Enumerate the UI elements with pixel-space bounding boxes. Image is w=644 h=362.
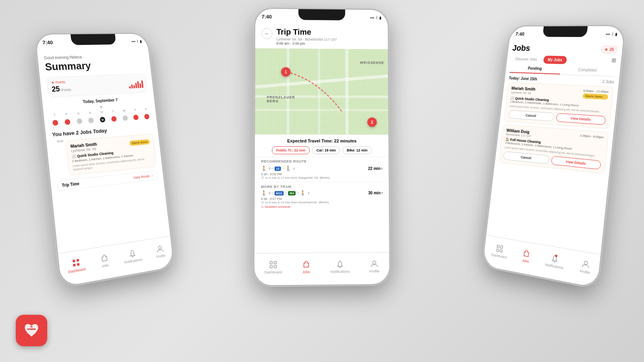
starts-soon-badge-left: Starts Soon	[129, 139, 150, 146]
svg-rect-1	[30, 326, 33, 327]
nav-profile-right[interactable]: Profile	[580, 259, 592, 275]
route-duration-1: 22 min ›	[368, 166, 382, 170]
route-row-2: 🚶 9 › M10 › M4 › 🚶 3 30 min ›	[261, 190, 383, 196]
nav-label-jobs-left: Jobs	[101, 263, 109, 268]
tram-badge-m10: M10	[274, 191, 284, 195]
nav-profile-left[interactable]: Profile	[155, 244, 166, 259]
jobs-count: 2 Jobs	[602, 79, 614, 84]
nav-notifications-right[interactable]: Notifications	[545, 253, 565, 270]
signal-icon: ▪▪▪	[131, 39, 136, 43]
status-time-right: 7:40	[515, 31, 525, 37]
filter-icon[interactable]: ⊞	[611, 57, 616, 66]
public-tr-option[interactable]: Public Tr.: 22 min	[272, 146, 310, 154]
svg-rect-2	[72, 260, 75, 262]
status-icons-right: ▪▪▪ ⌇ ▮	[606, 32, 618, 36]
nav-dashboard-left[interactable]: Dashboard	[67, 257, 86, 274]
walk-icon-4: 🚶	[300, 190, 306, 196]
svg-point-20	[584, 261, 588, 265]
svg-rect-9	[274, 261, 276, 264]
phone-trip-screen: 7:40 ▪▪▪ ⌇ ▮ ← Trip Time Lychener Str. 5…	[254, 9, 389, 285]
points-sub: Points	[61, 88, 71, 92]
signal-icon-r: ▪▪▪	[606, 32, 611, 36]
bike-option[interactable]: Bike: 12 min	[342, 146, 372, 154]
timeline-section: 8:00 Mariah Smith Lychener Str. 59 Start…	[53, 131, 157, 177]
notch-right	[542, 26, 588, 37]
trip-time-label-left: Trip Time	[62, 181, 80, 188]
map-label-weissense: WEISSENSE	[360, 61, 384, 65]
job-card-left-1: Mariah Smith Lychener Str. 59 Starts Soo…	[66, 134, 157, 176]
calendar-section: Today, September 7 ▼ T F S S M T W T F	[49, 96, 151, 128]
svg-point-13	[373, 261, 376, 264]
svg-point-6	[132, 256, 133, 257]
tram-badge-12: 12	[274, 166, 281, 171]
jobs-tab-toggle: Discover Jobs My Jobs ⊞	[511, 55, 616, 65]
car-option[interactable]: Car: 19 min	[312, 146, 340, 154]
svg-rect-15	[500, 246, 503, 248]
signal-icon-c: ▪▪▪	[370, 15, 374, 20]
summary-content: Good evening Helena Summary ★ Points 25 …	[37, 48, 170, 253]
svg-rect-14	[497, 245, 500, 248]
job-address-right-1: Lychener Str. 59	[511, 90, 531, 95]
points-value: 25	[52, 85, 60, 94]
discover-jobs-tab[interactable]: Discover Jobs	[511, 55, 542, 64]
summary-title: Summary	[44, 58, 145, 73]
more-tram-label: MORE BY TRAM	[261, 185, 383, 189]
phone-trip: 7:40 ▪▪▪ ⌇ ▮ ← Trip Time Lychener Str. 5…	[254, 9, 389, 285]
warning-icon: ⚠	[261, 205, 264, 209]
map-label-prenzlauer: PRENZLAUERBERG	[267, 95, 295, 103]
clock-icon: ⏱	[261, 176, 264, 179]
nav-notifications-left[interactable]: Notifications	[123, 247, 142, 264]
svg-rect-11	[274, 265, 276, 268]
starts-soon-badge-right-1: Starts Soon	[583, 93, 609, 100]
notch-left	[70, 34, 116, 45]
status-icons-center: ▪▪▪ ⌇ ▮	[370, 15, 381, 20]
view-route-link[interactable]: View Route →	[133, 174, 154, 179]
completed-tab[interactable]: Completed	[560, 67, 615, 76]
nav-label-dashboard-center: Dashboard	[264, 270, 282, 275]
nav-label-jobs-center: Jobs	[302, 270, 310, 274]
nav-profile-center[interactable]: Profile	[369, 259, 379, 273]
nav-dashboard-center[interactable]: Dashboard	[264, 260, 282, 274]
job-time-right-2: 1:00pm - 6:00pm	[580, 134, 604, 139]
notch-center	[298, 9, 345, 20]
view-details-button-right-2[interactable]: View Details	[551, 156, 601, 170]
points-chart	[128, 79, 143, 88]
my-jobs-tab[interactable]: My Jobs	[543, 55, 567, 64]
svg-rect-16	[496, 249, 499, 252]
bottom-nav-center: Dashboard Jobs Notifications	[254, 252, 389, 286]
svg-rect-4	[73, 264, 76, 266]
recommended-route: RECOMMENDED ROUTE 🚶 4 › 12 › 🚶 3 22 min …	[255, 157, 389, 182]
route-row-1: 🚶 4 › 12 › 🚶 3 22 min ›	[261, 166, 382, 172]
nav-jobs-left[interactable]: Jobs	[100, 253, 109, 269]
walk-icon-2: 🚶	[285, 166, 291, 171]
nav-jobs-center[interactable]: Jobs	[302, 260, 311, 274]
back-button[interactable]: ←	[261, 28, 272, 39]
cancel-button-right-2[interactable]: Cancel	[503, 151, 550, 164]
broom-icon: ⬜	[71, 154, 76, 159]
nav-jobs-right[interactable]: Jobs	[521, 248, 531, 264]
trip-title: Trip Time	[276, 28, 337, 37]
view-details-button-right-1[interactable]: View Details	[556, 113, 606, 125]
points-section: ★ Points 25 Points	[46, 74, 148, 98]
status-time-center: 7:40	[261, 13, 272, 19]
pending-tab[interactable]: Pending	[509, 66, 561, 74]
cancel-button-right-1[interactable]: Cancel	[508, 110, 554, 122]
travel-options: Public Tr.: 22 min Car: 19 min Bike: 12 …	[261, 146, 382, 154]
nav-dashboard-right[interactable]: Dashboard	[491, 243, 508, 259]
svg-rect-0	[27, 329, 36, 330]
wifi-icon: ⌇	[137, 39, 139, 43]
job-cards-left: Mariah Smith Lychener Str. 59 Starts Soo…	[65, 131, 157, 176]
nav-label-profile-left: Profile	[156, 253, 166, 259]
nav-notifications-center[interactable]: Notifications	[330, 260, 350, 274]
route-duration-2: 30 min ›	[368, 190, 383, 195]
points-badge-right: ★ 25	[601, 46, 618, 54]
jobs-content: Jobs ★ 25 Discover Jobs My Jobs ⊞ Pendin…	[486, 41, 623, 256]
map-area: WEISSENSE PRENZLAUERBERG 1 2	[255, 48, 389, 135]
trip-content: ← Trip Time Lychener Str. 59 - Bizetstra…	[254, 24, 389, 253]
svg-rect-3	[76, 259, 79, 262]
wifi-icon-r: ⌇	[611, 32, 614, 36]
svg-rect-17	[500, 249, 502, 252]
wifi-icon-c: ⌇	[376, 15, 378, 20]
route-from-2: ⏱ In 8 min & 14 min from Husemannstr. (B…	[261, 200, 383, 204]
svg-point-7	[158, 246, 161, 249]
